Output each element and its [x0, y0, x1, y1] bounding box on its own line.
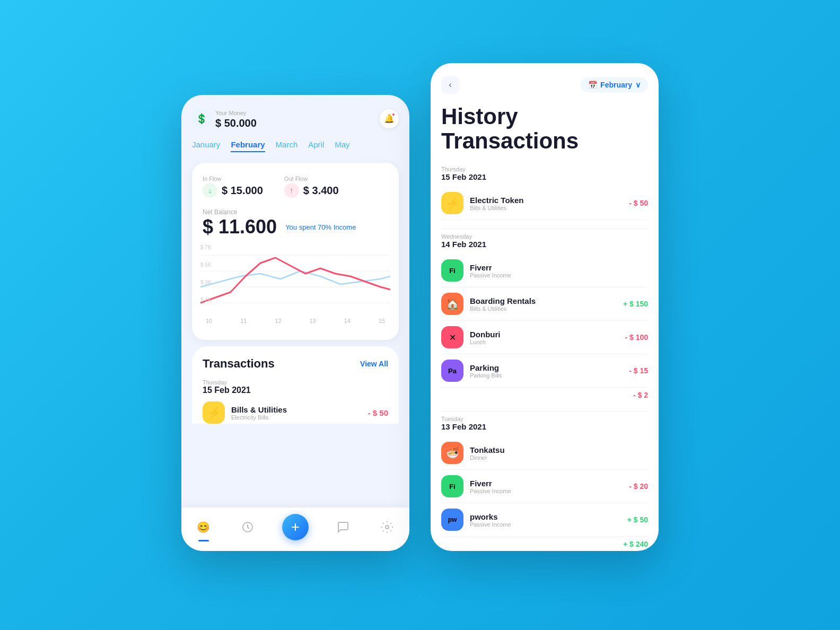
month-tabs: January February March April May: [192, 138, 399, 152]
transaction-name: Bills & Utilities: [231, 405, 287, 414]
fiverr2-sub: Passive Income: [470, 488, 511, 494]
fiverr1-name: Fiverr: [470, 263, 511, 272]
electric-left: ⚡ Electric Token Bills & Utilities: [441, 192, 523, 214]
fiverr1-text: Fiverr Passive Income: [470, 263, 511, 278]
tab-april[interactable]: April: [308, 138, 324, 152]
history-item-parking[interactable]: Pa Parking Parking Bills - $ 15: [441, 354, 648, 388]
out-flow-item: Out Flow ↑ $ 3.400: [284, 173, 339, 198]
out-flow-label: Out Flow: [284, 176, 308, 182]
x-label-14: 14: [344, 318, 351, 324]
parking-left: Pa Parking Parking Bills: [441, 360, 502, 382]
net-balance-amount: $ 11.600: [203, 216, 277, 238]
tonkatsu-icon: 🍜: [441, 442, 463, 464]
tab-february-active[interactable]: February: [231, 138, 265, 152]
history-group-wednesday: Wednesday 14 Feb 2021 Fi Fiverr Passive …: [441, 233, 648, 402]
thursday-date: 15 Feb 2021: [441, 172, 648, 181]
calendar-icon: 📅: [588, 81, 597, 89]
fiverr1-icon: Fi: [441, 259, 463, 282]
y-label-1k: $ 1K: [200, 297, 212, 303]
tuesday-label: Tuesday: [441, 416, 648, 422]
bills-icon: ⚡: [203, 401, 225, 424]
your-money-label: Your Money: [215, 110, 246, 116]
right-phone: ‹ 📅 February ∨ History Transactions Thur…: [431, 63, 659, 551]
out-flow-amount-row: ↑ $ 3.400: [284, 183, 339, 198]
fiverr1-left: Fi Fiverr Passive Income: [441, 259, 511, 282]
history-item-tonkatsu[interactable]: 🍜 Tonkatsu Dinner: [441, 436, 648, 470]
fiverr1-sub: Passive Income: [470, 272, 511, 278]
history-title: History Transactions: [441, 104, 648, 153]
month-filter[interactable]: 📅 February ∨: [581, 77, 648, 92]
money-text-block: Your Money $ 50.000: [215, 108, 257, 129]
net-balance-row: $ 11.600 You spent 70% Income: [203, 216, 388, 238]
electric-amount: - $ 50: [629, 199, 648, 207]
tuesday-date: 13 Feb 2021: [441, 422, 648, 431]
history-content: Thursday 15 Feb 2021 ⚡ Electric Token Bi…: [441, 166, 648, 551]
donburi-icon: ✕: [441, 326, 463, 348]
boarding-left: 🏠 Boarding Rentals Bills & Utilities: [441, 293, 536, 315]
net-balance-section: Net Balance $ 11.600 You spent 70% Incom…: [203, 208, 388, 238]
out-flow-arrow: ↑: [284, 183, 299, 198]
in-flow-item: In Flow ↓ $ 15.000: [203, 173, 263, 198]
bell-icon[interactable]: 🔔: [380, 109, 399, 128]
x-label-10: 10: [206, 318, 212, 324]
parking-name: Parking: [470, 363, 502, 372]
tonkatsu-sub: Dinner: [470, 454, 505, 461]
x-label-11: 11: [240, 318, 247, 324]
in-flow-amount: $ 15.000: [222, 185, 263, 197]
history-item-fiverr-2[interactable]: Fi Fiverr Passive Income - $ 20: [441, 470, 648, 503]
nav-add-button[interactable]: +: [282, 514, 309, 540]
x-label-12: 12: [275, 318, 281, 324]
history-item-electric[interactable]: ⚡ Electric Token Bills & Utilities - $ 5…: [441, 187, 648, 220]
tonkatsu-left: 🍜 Tonkatsu Dinner: [441, 442, 505, 464]
chart-x-labels: 10 11 12 13 14 15: [200, 316, 390, 324]
back-button[interactable]: ‹: [441, 76, 459, 94]
history-item-fiverr-1[interactable]: Fi Fiverr Passive Income: [441, 254, 648, 287]
pworks-text: pworks Passive Income: [470, 512, 511, 528]
money-icon: 💲: [192, 109, 211, 128]
nav-stats[interactable]: [238, 517, 258, 537]
fiverr2-name: Fiverr: [470, 479, 511, 488]
view-all-link[interactable]: View All: [360, 360, 388, 368]
history-item-pworks[interactable]: pw pworks Passive Income + $ 50: [441, 503, 648, 537]
notification-dot: [391, 112, 396, 117]
x-label-15: 15: [379, 318, 385, 324]
donburi-sub: Lunch: [470, 339, 501, 345]
header-row: 💲 Your Money $ 50.000 🔔: [192, 108, 399, 129]
boarding-text: Boarding Rentals Bills & Utilities: [470, 296, 536, 312]
in-flow-label: In Flow: [203, 176, 221, 182]
in-flow-arrow: ↓: [203, 183, 217, 198]
transaction-amount: - $ 50: [368, 408, 388, 417]
chart-y-labels: $ 7K $ 5K $ 3K $ 1K: [200, 244, 212, 303]
boarding-sub: Bills & Utilities: [470, 305, 536, 312]
x-label-13: 13: [309, 318, 316, 324]
nav-home[interactable]: 😊: [194, 517, 214, 537]
flow-row: In Flow ↓ $ 15.000 Out Flow ↑ $ 3.400: [203, 173, 388, 198]
pworks-amount: + $ 50: [627, 515, 648, 524]
boarding-amount: + $ 150: [623, 300, 648, 308]
pworks-name: pworks: [470, 512, 511, 521]
y-label-3k: $ 3K: [200, 279, 212, 285]
left-phone: 💲 Your Money $ 50.000 🔔 January February…: [181, 95, 409, 551]
spent-percentage: You spent 70% Income: [285, 223, 356, 231]
history-item-boarding[interactable]: 🏠 Boarding Rentals Bills & Utilities + $…: [441, 287, 648, 321]
boarding-icon: 🏠: [441, 293, 463, 315]
transaction-text: Bills & Utilities Electricity Bills: [231, 405, 287, 421]
fiverr2-amount: - $ 20: [629, 482, 648, 491]
tonkatsu-text: Tonkatsu Dinner: [470, 445, 505, 461]
nav-chat[interactable]: [333, 517, 353, 537]
tab-march[interactable]: March: [276, 138, 298, 152]
y-label-7k: $ 7K: [200, 244, 212, 250]
fiverr2-icon: Fi: [441, 475, 463, 497]
pworks-icon: pw: [441, 509, 463, 531]
history-item-donburi[interactable]: ✕ Donburi Lunch - $ 100: [441, 321, 648, 354]
tonkatsu-name: Tonkatsu: [470, 445, 505, 454]
history-group-thursday: Thursday 15 Feb 2021 ⚡ Electric Token Bi…: [441, 166, 648, 220]
nav-settings[interactable]: [377, 517, 397, 537]
pworks-left: pw pworks Passive Income: [441, 509, 511, 531]
flow-card: In Flow ↓ $ 15.000 Out Flow ↑ $ 3.400: [192, 163, 399, 340]
chart-svg: [200, 244, 390, 313]
transaction-item-bills[interactable]: ⚡ Bills & Utilities Electricity Bills - …: [203, 401, 388, 424]
tab-january[interactable]: January: [192, 138, 220, 152]
tuesday-total-row: + $ 240: [441, 537, 648, 551]
tab-may[interactable]: May: [335, 138, 349, 152]
